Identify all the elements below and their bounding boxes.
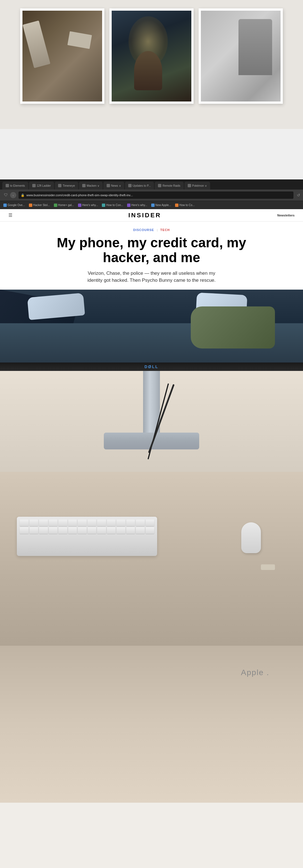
wall-whitespace <box>0 129 303 180</box>
browser-tab-5[interactable]: Updates to P... <box>125 182 154 189</box>
wall-photos-section <box>0 0 303 129</box>
url-text: www.businessinsider.com/credit-card-phon… <box>26 193 133 197</box>
key <box>78 520 87 526</box>
key <box>58 520 67 526</box>
key <box>88 527 96 534</box>
url-bar[interactable]: 🔒 www.businessinsider.com/credit-card-ph… <box>19 191 294 199</box>
key <box>126 527 135 534</box>
bookmark-5[interactable]: Here's why... <box>126 204 148 207</box>
browser-tab-label-0: to Elements <box>10 184 25 187</box>
back-icon: ‹ <box>12 193 14 197</box>
browser-tab-label-3: Macken ∨ <box>87 184 99 187</box>
key <box>29 520 38 526</box>
key <box>146 527 155 534</box>
photo-person <box>134 51 162 90</box>
article-subtitle: Verizon, Chase, the police — they were a… <box>81 270 222 284</box>
key <box>68 527 77 534</box>
key <box>97 520 106 526</box>
wall-photo-3 <box>199 8 283 104</box>
tab-favicon-4 <box>107 184 110 187</box>
nav-menu-icon[interactable]: ☰ <box>8 213 12 218</box>
desk-section <box>0 371 303 646</box>
key <box>39 527 48 534</box>
key <box>116 527 125 534</box>
bookmark-3[interactable]: Here's why... <box>77 204 99 207</box>
key <box>68 520 77 526</box>
bookmark-icon-5 <box>127 204 130 207</box>
bookmark-1[interactable]: Hacker Stol... <box>28 204 51 207</box>
browser-tab-1[interactable]: 12ft Ladder <box>29 182 54 189</box>
bookmark-2[interactable]: Home+ gal... <box>53 204 75 207</box>
key <box>78 527 87 534</box>
bookmark-label-4: How to Con... <box>106 204 123 207</box>
insider-logo[interactable]: INSIDER <box>12 212 277 219</box>
bookmark-4[interactable]: How to Con... <box>101 204 124 207</box>
article-tag-tech[interactable]: TECH <box>160 228 170 231</box>
browser-tab-3[interactable]: Macken ∨ <box>79 182 103 189</box>
tab-favicon-0 <box>6 184 9 187</box>
browser-tab-label-7: Pokémon ∨ <box>192 184 207 187</box>
key <box>20 527 29 534</box>
key <box>49 527 58 534</box>
mouse <box>241 522 261 553</box>
illustration-figure <box>191 306 275 348</box>
key <box>97 527 106 534</box>
browser-tab-4[interactable]: News ∨ <box>103 182 124 189</box>
browser-tab-label-4: News ∨ <box>111 184 121 187</box>
key <box>136 520 145 526</box>
bookmark-6[interactable]: New Apple... <box>150 204 172 207</box>
bookmark-label-6: New Apple... <box>155 204 171 207</box>
browser-tab-0[interactable]: to Elements <box>2 182 28 189</box>
bookmark-icon-1 <box>29 204 32 207</box>
browser-toolbar: 🛡 ‹ 🔒 www.businessinsider.com/credit-car… <box>0 189 303 201</box>
browser-tab-6[interactable]: Remote Raids <box>155 182 183 189</box>
key <box>146 520 155 526</box>
wall-photo-1 <box>20 8 104 104</box>
keyboard <box>17 517 157 556</box>
key <box>29 527 38 534</box>
browser-tab-label-2: Timeneye <box>63 184 75 187</box>
keyboard-keys <box>17 517 157 537</box>
key <box>116 520 125 526</box>
key <box>58 527 67 534</box>
bookmark-icon-6 <box>151 204 155 207</box>
bookmark-icon-7 <box>175 204 178 207</box>
browser-tab-label-1: 12ft Ladder <box>37 184 51 187</box>
desk-surface <box>0 472 303 646</box>
browser-tab-2[interactable]: Timeneye <box>55 182 78 189</box>
bookmark-0[interactable]: Google Ove... <box>2 204 26 207</box>
newsletters-link[interactable]: Newsletters <box>277 214 295 217</box>
bookmark-icon-3 <box>78 204 81 207</box>
browser-tab-label-5: Updates to P... <box>133 184 151 187</box>
webpage-nav-left: ☰ <box>8 213 12 218</box>
bookmark-7[interactable]: How to Co... <box>174 204 196 207</box>
bookmark-label-7: How to Co... <box>179 204 195 207</box>
article-tag-discourse[interactable]: DISCOURSE <box>133 228 154 231</box>
desk-bottom-section: Apple . <box>0 646 303 803</box>
article-illustration <box>0 289 303 363</box>
bookmark-icon-4 <box>102 204 105 207</box>
dell-logo: DØLL <box>145 365 158 369</box>
illustration-pillow-1 <box>27 293 85 320</box>
bookmark-icon-2 <box>54 204 57 207</box>
webpage-navbar: ☰ INSIDER Newsletters <box>0 209 303 221</box>
key <box>126 520 135 526</box>
key <box>88 520 96 526</box>
bookmark-label-3: Here's why... <box>82 204 98 207</box>
browser-tab-7[interactable]: Pokémon ∨ <box>184 182 210 189</box>
key <box>107 527 116 534</box>
browser-tab-label-6: Remote Raids <box>162 184 180 187</box>
key <box>136 527 145 534</box>
browser-bookmarks-bar: Google Ove... Hacker Stol... Home+ gal..… <box>0 201 303 209</box>
key <box>49 520 58 526</box>
reload-icon[interactable]: ↺ <box>297 193 300 198</box>
wall-photo-2 <box>110 8 193 104</box>
desk-adapter <box>261 564 275 570</box>
browser-tabs-bar: to Elements 12ft Ladder Timeneye Macken … <box>0 180 303 189</box>
bookmark-label-0: Google Ove... <box>7 204 25 207</box>
article-header: DISCOURSE | TECH My phone, my credit car… <box>0 221 303 289</box>
key <box>39 520 48 526</box>
back-button[interactable]: ‹ <box>10 192 16 198</box>
webpage-content: ☰ INSIDER Newsletters DISCOURSE | TECH M… <box>0 209 303 371</box>
tag-separator: | <box>157 228 157 231</box>
